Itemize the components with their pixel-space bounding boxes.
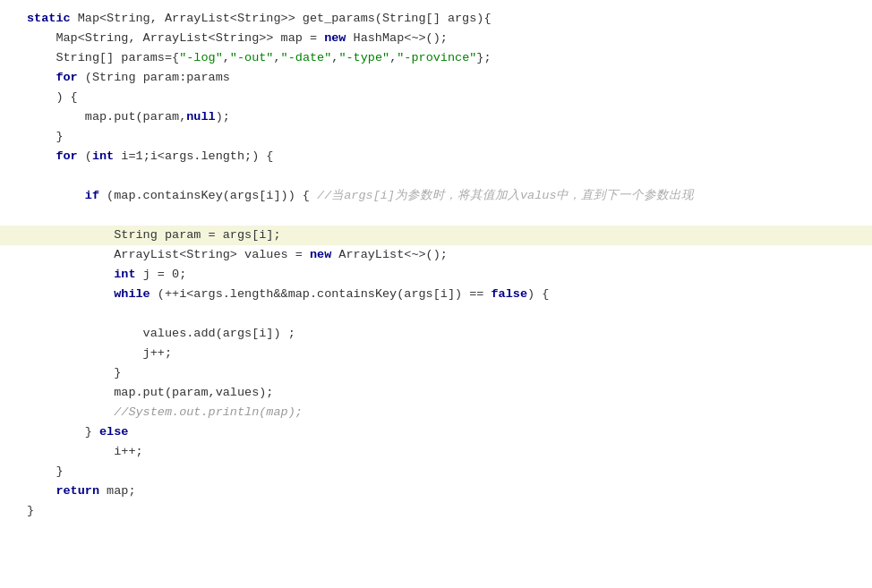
code-line-23: i++;	[0, 442, 872, 462]
code-line-20: map.put(param,values);	[0, 383, 872, 403]
code-text-10: if (map.containsKey(args[i])) { //当args[…	[23, 186, 872, 206]
code-text-26: }	[23, 501, 872, 521]
code-line-24: }	[0, 462, 872, 481]
code-line-22: } else	[0, 422, 872, 442]
code-line-4: for (String param:params	[0, 68, 872, 88]
code-text-5: ) {	[23, 88, 872, 107]
code-line-14: int j = 0;	[0, 265, 872, 285]
code-line-21: //System.out.println(map);	[0, 403, 872, 422]
code-text-17: values.add(args[i]) ;	[23, 324, 872, 344]
code-line-6: map.put(param,null);	[0, 107, 872, 127]
code-line-1: static Map<String, ArrayList<String>> ge…	[0, 9, 872, 29]
code-text-8: for (int i=1;i<args.length;) {	[23, 147, 872, 166]
code-line-10: if (map.containsKey(args[i])) { //当args[…	[0, 186, 872, 206]
code-line-15: while (++i<args.length&&map.containsKey(…	[0, 285, 872, 304]
code-line-18: j++;	[0, 344, 872, 363]
code-text-9	[23, 166, 872, 186]
code-line-11	[0, 206, 872, 226]
code-editor: static Map<String, ArrayList<String>> ge…	[0, 0, 872, 530]
code-text-24: }	[23, 462, 872, 481]
code-text-20: map.put(param,values);	[23, 383, 872, 403]
code-text-23: i++;	[23, 442, 872, 462]
code-text-15: while (++i<args.length&&map.containsKey(…	[23, 285, 872, 304]
code-line-19: }	[0, 363, 872, 383]
code-text-19: }	[23, 363, 872, 383]
code-line-25: return map;	[0, 481, 872, 501]
code-text-14: int j = 0;	[23, 265, 872, 285]
code-line-12: String param = args[i];	[0, 226, 872, 245]
code-text-7: }	[23, 127, 872, 147]
code-text-3: String[] params={"-log","-out","-date","…	[23, 48, 872, 68]
code-line-9	[0, 166, 872, 186]
code-line-13: ArrayList<String> values = new ArrayList…	[0, 245, 872, 265]
code-text-22: } else	[23, 422, 872, 442]
code-text-6: map.put(param,null);	[23, 107, 872, 127]
code-text-18: j++;	[23, 344, 872, 363]
code-text-25: return map;	[23, 481, 872, 501]
code-text-16	[23, 304, 872, 324]
code-text-1: static Map<String, ArrayList<String>> ge…	[23, 9, 872, 29]
code-line-16	[0, 304, 872, 324]
code-line-8: for (int i=1;i<args.length;) {	[0, 147, 872, 166]
code-line-2: Map<String, ArrayList<String>> map = new…	[0, 29, 872, 48]
code-text-13: ArrayList<String> values = new ArrayList…	[23, 245, 872, 265]
code-line-7: }	[0, 127, 872, 147]
code-text-12: String param = args[i];	[23, 226, 872, 245]
code-line-5: ) {	[0, 88, 872, 107]
code-line-17: values.add(args[i]) ;	[0, 324, 872, 344]
code-text-11	[23, 206, 872, 226]
code-line-26: }	[0, 501, 872, 521]
code-text-4: for (String param:params	[23, 68, 872, 88]
code-text-2: Map<String, ArrayList<String>> map = new…	[23, 29, 872, 48]
code-text-21: //System.out.println(map);	[23, 403, 872, 422]
code-line-3: String[] params={"-log","-out","-date","…	[0, 48, 872, 68]
